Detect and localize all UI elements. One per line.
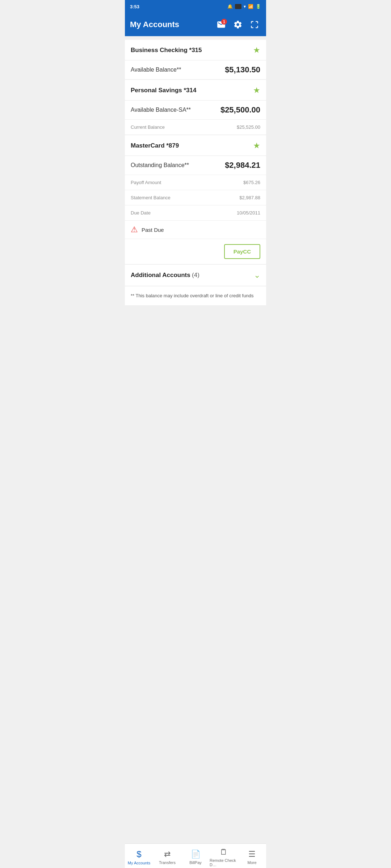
status-icons: 🔔 ▾ 📶 🔋 xyxy=(227,4,261,9)
settings-icon xyxy=(233,20,243,29)
business-checking-name: Business Checking *315 xyxy=(131,47,202,54)
wifi-icon: ▾ xyxy=(244,4,246,9)
paycc-button[interactable]: PayCC xyxy=(224,244,260,259)
scan-button[interactable] xyxy=(248,18,261,31)
business-checking-balance-label: Available Balance** xyxy=(131,67,181,73)
warning-icon: ⚠ xyxy=(131,225,138,234)
scan-icon xyxy=(250,20,259,29)
mastercard-outstanding-row: Outstanding Balance** $2,984.21 xyxy=(125,156,266,175)
mastercard-payoff-label: Payoff Amount xyxy=(131,180,161,185)
my-accounts-icon: $ xyxy=(136,849,141,859)
mastercard-name: MasterCard *879 xyxy=(131,142,179,149)
status-time: 3:53 xyxy=(130,4,139,9)
nav-my-accounts[interactable]: $ My Accounts xyxy=(125,844,153,868)
nav-billpay-label: BillPay xyxy=(189,860,202,865)
personal-savings-name: Personal Savings *314 xyxy=(131,87,196,94)
nav-my-accounts-label: My Accounts xyxy=(128,861,150,865)
mastercard-payoff-row: Payoff Amount $675.26 xyxy=(125,175,266,190)
mail-button[interactable]: 1 xyxy=(215,18,228,31)
settings-button[interactable] xyxy=(231,18,244,31)
nav-more-label: More xyxy=(247,860,256,865)
paycc-row: PayCC xyxy=(125,239,266,264)
nav-more[interactable]: ☰ More xyxy=(238,844,266,868)
mastercard-due-date-row: Due Date 10/05/2011 xyxy=(125,205,266,221)
personal-savings-current-value: $25,525.00 xyxy=(237,124,260,130)
mastercard-card: MasterCard *879 ★ Outstanding Balance** … xyxy=(125,135,266,264)
mastercard-payoff-value: $675.26 xyxy=(243,180,260,185)
personal-savings-available-label: Available Balance-SA** xyxy=(131,107,191,113)
personal-savings-available-value: $25,500.00 xyxy=(220,105,260,115)
app-header: My Accounts 1 xyxy=(125,13,266,36)
nav-transfers-label: Transfers xyxy=(159,860,176,865)
mastercard-past-due-row: ⚠ Past Due xyxy=(125,221,266,239)
mastercard-star-icon[interactable]: ★ xyxy=(253,141,260,150)
nav-remote-check-label: Remote Check D… xyxy=(210,858,238,867)
mastercard-statement-label: Statement Balance xyxy=(131,195,171,200)
personal-savings-available-balance-row: Available Balance-SA** $25,500.00 xyxy=(125,101,266,120)
mastercard-due-date-value: 10/05/2011 xyxy=(237,210,260,216)
mail-badge: 1 xyxy=(221,19,227,25)
nav-billpay[interactable]: 📄 BillPay xyxy=(181,844,210,868)
battery-icon: 🔋 xyxy=(256,4,261,9)
main-content: Business Checking *315 ★ Available Balan… xyxy=(125,36,266,868)
chevron-down-icon: ⌄ xyxy=(254,271,260,280)
business-checking-available-balance-row: Available Balance** $5,130.50 xyxy=(125,60,266,79)
remote-check-icon: 🗒 xyxy=(220,847,228,857)
personal-savings-card: Personal Savings *314 ★ Available Balanc… xyxy=(125,80,266,135)
personal-savings-current-label: Current Balance xyxy=(131,124,165,130)
signal-icon: 📶 xyxy=(248,4,253,9)
mastercard-header[interactable]: MasterCard *879 ★ xyxy=(125,135,266,156)
mastercard-statement-row: Statement Balance $2,987.88 xyxy=(125,190,266,205)
additional-accounts-count: (4) xyxy=(192,272,199,278)
nav-remote-check[interactable]: 🗒 Remote Check D… xyxy=(210,844,238,868)
business-checking-star-icon[interactable]: ★ xyxy=(253,46,260,55)
disclaimer-text: ** This balance may include overdraft or… xyxy=(131,292,260,299)
mastercard-outstanding-label: Outstanding Balance** xyxy=(131,162,189,169)
bottom-navigation: $ My Accounts ⇄ Transfers 📄 BillPay 🗒 Re… xyxy=(125,843,266,868)
mastercard-outstanding-value: $2,984.21 xyxy=(225,161,260,170)
disclaimer-section: ** This balance may include overdraft or… xyxy=(125,286,266,305)
business-checking-card: Business Checking *315 ★ Available Balan… xyxy=(125,40,266,79)
personal-savings-star-icon[interactable]: ★ xyxy=(253,86,260,95)
additional-accounts-label-group: Additional Accounts (4) xyxy=(131,272,199,279)
billpay-icon: 📄 xyxy=(191,850,201,859)
nav-transfers[interactable]: ⇄ Transfers xyxy=(153,844,181,868)
mastercard-statement-value: $2,987.88 xyxy=(239,195,260,200)
mastercard-due-date-label: Due Date xyxy=(131,210,151,216)
screen-icon xyxy=(235,4,241,9)
status-bar: 3:53 🔔 ▾ 📶 🔋 xyxy=(125,0,266,13)
additional-accounts-section[interactable]: Additional Accounts (4) ⌄ xyxy=(125,265,266,286)
business-checking-balance-value: $5,130.50 xyxy=(225,65,260,75)
notification-indicator-icon: 🔔 xyxy=(227,4,233,9)
past-due-text: Past Due xyxy=(142,227,164,233)
business-checking-header[interactable]: Business Checking *315 ★ xyxy=(125,40,266,60)
personal-savings-current-balance-row: Current Balance $25,525.00 xyxy=(125,120,266,135)
page-title: My Accounts xyxy=(130,20,211,29)
more-icon: ☰ xyxy=(248,850,256,859)
transfers-icon: ⇄ xyxy=(164,850,171,859)
personal-savings-header[interactable]: Personal Savings *314 ★ xyxy=(125,80,266,101)
additional-accounts-label: Additional Accounts xyxy=(131,272,190,278)
